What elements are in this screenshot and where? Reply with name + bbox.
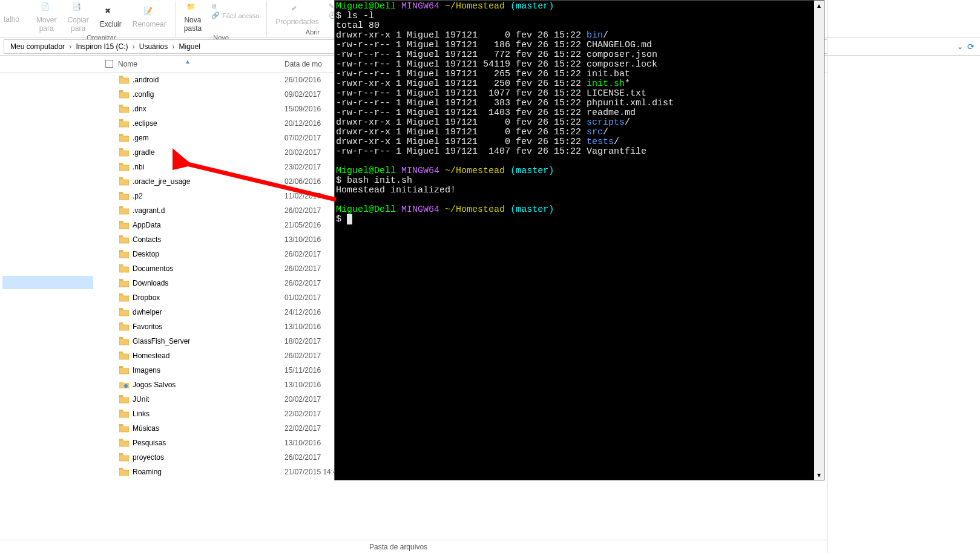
nova-pasta-button[interactable]: 📁 Nova pasta	[180, 1, 205, 34]
novo-item-button: 🗎	[209, 2, 261, 11]
address-dropdown-icon[interactable]: ⌄	[955, 42, 965, 51]
file-name: Roaming	[130, 468, 284, 476]
file-name: Homestead	[130, 352, 284, 360]
file-name: AppData	[130, 221, 284, 229]
mover-para-button: 📄 Mover para	[33, 1, 60, 34]
scroll-up-icon[interactable]: ▴	[814, 1, 824, 10]
delete-icon: ✖	[105, 7, 117, 19]
chevron-right-icon	[130, 42, 136, 51]
new-item-icon: 🗎	[211, 2, 220, 11]
sort-indicator-icon: ▲	[185, 58, 191, 65]
folder-icon	[118, 468, 130, 476]
file-name: Dropbox	[130, 293, 284, 302]
file-name: .gem	[130, 134, 284, 142]
file-name: proyectos	[130, 453, 284, 462]
file-name: .nbi	[130, 163, 284, 171]
breadcrumb-segment[interactable]: Miguel	[176, 42, 202, 51]
facil-acesso-button: 🔗Fácil acesso	[209, 11, 261, 20]
folder-icon	[118, 148, 130, 157]
terminal-window[interactable]: Miguel@Dell MINGW64 ~/Homestead (master)…	[334, 0, 824, 480]
file-name: .p2	[130, 192, 284, 200]
breadcrumb-segment[interactable]: Usuários	[137, 42, 170, 51]
folder-icon	[118, 105, 130, 113]
file-name: .android	[130, 76, 284, 84]
file-name: Pesquisas	[130, 439, 284, 447]
folder-icon	[118, 424, 130, 433]
folder-icon	[118, 453, 130, 462]
file-name: .eclipse	[130, 119, 284, 128]
terminal-scrollbar[interactable]: ▴ ▾	[814, 1, 824, 480]
file-name: .gradle	[130, 148, 284, 157]
refresh-icon[interactable]: ⟳	[965, 42, 976, 51]
file-name: Jogos Salvos	[130, 381, 284, 389]
file-name: Contacts	[130, 235, 284, 244]
copiar-para-button: 📑 Copiar para	[64, 1, 92, 34]
propriedades-button: ✔ Propriedades	[272, 1, 322, 28]
scroll-down-icon[interactable]: ▾	[814, 470, 824, 480]
file-name: Imagens	[130, 366, 284, 375]
easy-access-icon: 🔗	[211, 11, 220, 20]
status-type: Pasta de arquivos	[369, 543, 427, 551]
copy-to-icon: 📑	[72, 2, 84, 15]
file-name: Links	[130, 410, 284, 418]
nav-tree-slice	[0, 73, 97, 290]
folder-icon	[118, 119, 130, 128]
folder-icon	[118, 264, 130, 273]
folder-icon	[118, 308, 130, 316]
new-folder-icon: 📁	[186, 2, 199, 15]
chevron-right-icon	[170, 42, 176, 51]
breadcrumb-segment[interactable]: Meu computador	[8, 42, 67, 51]
svg-point-0	[124, 384, 128, 388]
terminal-output[interactable]: Miguel@Dell MINGW64 ~/Homestead (master)…	[335, 1, 814, 480]
properties-icon: ✔	[291, 4, 303, 16]
select-all-checkbox[interactable]	[100, 60, 118, 68]
ribbon-group-clipboard: talho	[0, 1, 28, 37]
file-name: JUnit	[130, 395, 284, 404]
folder-icon	[118, 206, 130, 215]
caminho-button: talho	[0, 1, 23, 37]
ribbon-group-novo: 📁 Nova pasta 🗎 🔗Fácil acesso Novo	[176, 1, 268, 37]
file-name: GlassFish_Server	[130, 337, 284, 345]
scrollbar-track[interactable]	[814, 10, 824, 470]
folder-icon	[118, 352, 130, 360]
column-nome[interactable]: Nome ▲	[118, 60, 284, 68]
folder-icon	[118, 192, 130, 200]
file-name: Desktop	[130, 250, 284, 258]
folder-icon	[118, 235, 130, 244]
rename-icon: 📝	[143, 7, 156, 19]
file-name: Documentos	[130, 264, 284, 273]
file-name: Downloads	[130, 279, 284, 287]
folder-icon	[118, 76, 130, 84]
file-name: .dnx	[130, 105, 284, 113]
folder-icon	[118, 177, 130, 186]
group-label-abrir: Abrir	[306, 28, 320, 37]
folder-icon	[118, 293, 130, 302]
folder-icon	[118, 221, 130, 229]
folder-icon	[118, 337, 130, 345]
folder-icon	[118, 381, 130, 389]
file-name: Favoritos	[130, 322, 284, 331]
folder-icon	[118, 279, 130, 287]
ribbon-group-organizar: 📄 Mover para 📑 Copiar para ✖ Excluir 📝 R…	[28, 1, 176, 37]
chevron-right-icon	[67, 42, 73, 51]
folder-icon	[118, 366, 130, 375]
folder-icon	[118, 90, 130, 99]
excluir-button[interactable]: ✖ Excluir	[96, 1, 125, 34]
tree-selected-item[interactable]	[2, 276, 93, 289]
folder-icon	[118, 395, 130, 404]
second-explorer-sliver: ⌄ ⟳	[827, 0, 980, 553]
folder-icon	[118, 322, 130, 331]
file-name: .config	[130, 90, 284, 99]
breadcrumb-segment[interactable]: Inspiron I15 (C:)	[73, 42, 130, 51]
move-to-icon: 📄	[41, 2, 53, 15]
file-name: dwhelper	[130, 308, 284, 316]
file-name: .vagrant.d	[130, 206, 284, 215]
folder-icon	[118, 410, 130, 418]
folder-icon	[118, 163, 130, 171]
file-name: Músicas	[130, 424, 284, 433]
folder-icon	[118, 134, 130, 142]
folder-icon	[118, 250, 130, 258]
file-name: .oracle_jre_usage	[130, 177, 284, 186]
folder-icon	[118, 439, 130, 447]
renomear-button: 📝 Renomear	[129, 1, 170, 34]
